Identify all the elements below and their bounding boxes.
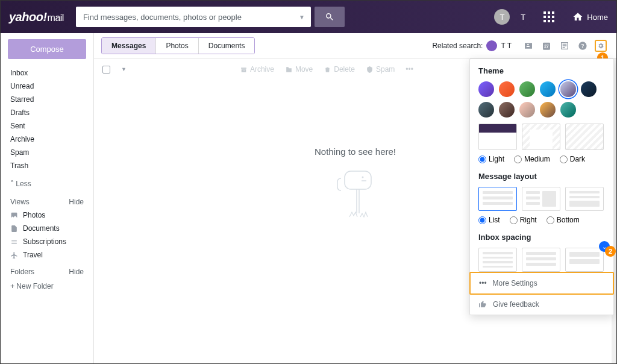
theme-color-navy[interactable] (581, 81, 597, 97)
folders-hide[interactable]: Hide (69, 268, 84, 276)
search-placeholder: Find messages, documents, photos or peop… (83, 13, 242, 22)
select-all-chevron-icon[interactable]: ▼ (121, 66, 127, 72)
folder-starred[interactable]: Starred (1, 93, 93, 106)
search-icon (325, 12, 334, 22)
views-header: Views Hide (1, 192, 93, 209)
folder-trash[interactable]: Trash (1, 159, 93, 172)
notepad-icon[interactable] (559, 40, 571, 52)
layout-radios: List Right Bottom (478, 216, 605, 224)
view-subscriptions[interactable]: Subscriptions (1, 235, 93, 248)
settings-panel: Theme (469, 58, 614, 315)
more-icon: ••• (479, 279, 487, 287)
views-hide[interactable]: Hide (69, 198, 84, 206)
theme-radio-light[interactable]: Light (478, 155, 504, 163)
theme-color-beach[interactable] (519, 102, 535, 118)
tab-photos[interactable]: Photos (156, 38, 198, 54)
layout-options (478, 187, 605, 211)
more-button[interactable]: ••• (406, 65, 413, 74)
delete-button[interactable]: Delete (324, 65, 355, 74)
theme-color-orange[interactable] (499, 81, 515, 97)
theme-colors (478, 81, 605, 118)
theme-preview-dark[interactable] (565, 124, 604, 150)
compose-button[interactable]: Compose (8, 39, 86, 59)
empty-text: Nothing to see here! (315, 146, 396, 157)
move-button[interactable]: Move (285, 65, 313, 74)
spacing-options (478, 248, 605, 272)
give-feedback-button[interactable]: Give feedback (470, 294, 613, 315)
tabbar: Messages Photos Documents Related search… (94, 33, 616, 58)
chevron-down-icon[interactable]: ▼ (299, 14, 305, 20)
calendar-icon[interactable]: 27 (540, 40, 553, 52)
more-settings-button[interactable]: ••• More Settings (469, 272, 614, 295)
folders-header: Folders Hide (1, 262, 93, 278)
layout-radio-right[interactable]: Right (510, 216, 537, 224)
folder-sent[interactable]: Sent (1, 119, 93, 133)
theme-color-purple[interactable] (478, 81, 494, 97)
thumb-up-icon (478, 300, 487, 309)
theme-previews (478, 124, 605, 150)
sidebar: Compose Inbox Unread Starred Drafts Sent… (1, 33, 94, 363)
theme-radio-dark[interactable]: Dark (560, 155, 585, 163)
mailbox-icon (331, 166, 380, 227)
layout-radio-list[interactable]: List (478, 216, 500, 224)
folder-archive[interactable]: Archive (1, 133, 93, 146)
user-name: T (521, 13, 525, 22)
contacts-icon[interactable] (522, 40, 534, 52)
layout-header: Message layout (478, 172, 605, 181)
theme-color-sunset[interactable] (540, 102, 556, 118)
spam-button[interactable]: Spam (366, 65, 395, 74)
folder-list: Inbox Unread Starred Drafts Sent Archive… (1, 66, 93, 176)
layout-list[interactable] (478, 187, 517, 211)
theme-color-blue[interactable] (540, 81, 556, 97)
theme-color-green[interactable] (519, 81, 535, 97)
search-wrap: Find messages, documents, photos or peop… (76, 7, 345, 27)
spacing-compact[interactable] (478, 248, 517, 272)
related-avatar (486, 40, 497, 51)
tab-messages[interactable]: Messages (102, 38, 156, 54)
brand-logo[interactable]: yahoo!mail (9, 10, 64, 24)
theme-radio-medium[interactable]: Medium (514, 155, 550, 163)
topbar: yahoo!mail Find messages, documents, pho… (1, 1, 616, 33)
svg-rect-4 (345, 171, 371, 189)
panel-footer: ••• More Settings Give feedback (470, 272, 613, 315)
theme-header: Theme (478, 66, 605, 75)
home-link[interactable]: Home (572, 11, 608, 22)
layout-radio-bottom[interactable]: Bottom (547, 216, 580, 224)
brand-main: yahoo! (9, 10, 47, 24)
new-folder-button[interactable]: + New Folder (1, 278, 93, 294)
archive-button[interactable]: Archive (240, 65, 274, 74)
layout-right[interactable] (522, 187, 560, 211)
brand-sub: mail (48, 13, 64, 24)
related-search[interactable]: Related search: T T (432, 40, 512, 51)
spacing-relaxed[interactable] (565, 248, 604, 272)
view-documents[interactable]: Documents (1, 222, 93, 235)
spacing-default[interactable] (522, 248, 560, 272)
less-toggle[interactable]: ˄ Less (1, 176, 93, 192)
theme-color-mountain[interactable] (499, 102, 515, 118)
folder-inbox[interactable]: Inbox (1, 66, 93, 80)
help-icon[interactable]: ? (577, 40, 589, 52)
layout-bottom[interactable] (565, 187, 604, 211)
search-input[interactable]: Find messages, documents, photos or peop… (76, 7, 311, 27)
theme-color-forest[interactable] (560, 102, 576, 118)
folder-drafts[interactable]: Drafts (1, 106, 93, 119)
theme-preview-medium[interactable] (522, 124, 560, 150)
select-all-checkbox[interactable] (102, 66, 110, 74)
user-avatar[interactable]: T (494, 9, 510, 25)
apps-grid-icon[interactable] (543, 11, 554, 22)
theme-color-mystic[interactable] (560, 81, 576, 97)
document-icon (10, 225, 18, 233)
svg-text:?: ? (581, 43, 584, 49)
folder-spam[interactable]: Spam (1, 146, 93, 159)
right-toolbar: 27 ? (522, 40, 607, 52)
theme-radios: Light Medium Dark (478, 155, 605, 163)
view-photos[interactable]: Photos (1, 209, 93, 222)
travel-icon (10, 251, 18, 259)
theme-preview-light[interactable] (478, 124, 517, 150)
search-button[interactable] (315, 7, 345, 27)
theme-color-slate[interactable] (478, 102, 494, 118)
settings-icon[interactable] (595, 40, 607, 52)
view-travel[interactable]: Travel (1, 248, 93, 262)
folder-unread[interactable]: Unread (1, 80, 93, 93)
tab-documents[interactable]: Documents (199, 38, 255, 54)
